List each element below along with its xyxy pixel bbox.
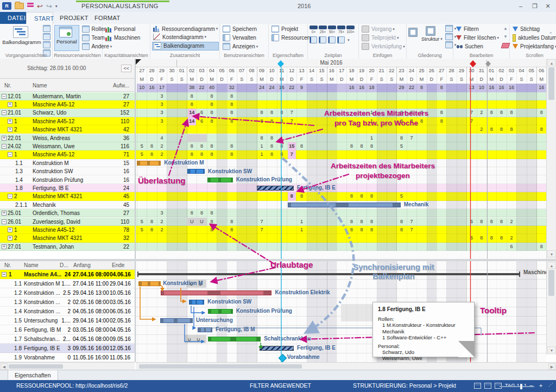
grid-row[interactable] (136, 92, 546, 100)
table-row[interactable]: 1.8Fertigung, IB E309.05.16 16:0012.05.1… (0, 344, 135, 353)
collapse-toggle[interactable]: − (2, 94, 7, 99)
lcolumn-header-nr[interactable]: Nr. (4, 262, 11, 268)
column-header-aufw[interactable]: Aufw... (113, 83, 129, 88)
table-row[interactable]: 1.8Fertigung, IB E24 (0, 184, 135, 192)
table-row[interactable]: 1.3Konstruktion SW16 (0, 167, 135, 175)
gantt-bar[interactable] (161, 290, 271, 295)
tab-format[interactable]: FORMAT (87, 12, 122, 24)
table-row[interactable]: +1Maschine A45-1278 (0, 226, 135, 234)
task-bar[interactable] (207, 178, 233, 182)
zoom-button-50x[interactable]: 50× (328, 26, 336, 34)
gantt-bar[interactable] (189, 300, 205, 305)
scroll-down-icon[interactable]: ▼ (547, 346, 556, 353)
gantt-bar[interactable] (208, 309, 233, 314)
ribbon-item-filter-löschen[interactable]: Filter löschen▾ (455, 34, 500, 42)
grid-row[interactable] (136, 243, 546, 251)
tab-projekt[interactable]: PROJEKT (52, 12, 78, 24)
expand-toggle[interactable]: + (8, 102, 12, 107)
ribbon-item-suchen[interactable]: Suchen (455, 42, 500, 50)
table-row[interactable]: −2Maschine MKT 432145 (0, 192, 135, 200)
task-bar[interactable] (187, 169, 205, 174)
expand-toggle[interactable]: + (2, 244, 7, 249)
ribbon-item-anzeigen[interactable]: Anzeigen▾ (222, 42, 259, 50)
table-row[interactable]: 1.6Fertigung, IB M203.05.16 08:0004.05.1… (0, 325, 135, 334)
scroll-thumb[interactable] (548, 270, 554, 296)
table-row[interactable]: −21.01Schwarz, Udo152 (0, 109, 135, 117)
column-header-nr[interactable]: Nr. (4, 83, 11, 88)
expand-toggle[interactable]: + (2, 211, 7, 216)
collapse-panel-button[interactable]: << (121, 65, 131, 72)
table-row[interactable]: −1Maschine A45-1271 (0, 150, 135, 159)
table-row[interactable]: +1Maschine A45-12110 (0, 117, 135, 125)
grid-row[interactable] (136, 184, 546, 192)
table-row[interactable]: 1.1Konstruktion M15 (0, 159, 135, 167)
ribbon-collapse-icon[interactable]: ⌃ (548, 31, 553, 37)
sort-down-icon[interactable]: ▼ (502, 33, 509, 40)
timescale-icon[interactable] (337, 36, 345, 43)
ribbon-item-personal[interactable]: Personal (104, 25, 141, 33)
ribbon-item-projektanfang[interactable]: Projektanfang▾ (511, 42, 556, 50)
grid-row[interactable] (136, 226, 546, 234)
expand-toggle[interactable]: + (8, 236, 12, 241)
tab-start[interactable]: START (26, 12, 53, 24)
collapse-toggle[interactable]: − (8, 152, 12, 157)
maximize-button[interactable]: ❐ (528, 1, 542, 11)
button-struktur[interactable]: Struktur▾ (420, 25, 444, 51)
ribbon-item-verwalten[interactable]: Verwalten (222, 34, 259, 42)
lcolumn-header-anfang[interactable]: Anfang (73, 262, 91, 268)
table-row[interactable]: +2Maschine MKT 432132 (0, 234, 135, 242)
table-row[interactable]: 1.4Konstruktion Prüfung16 (0, 176, 135, 184)
table-row[interactable]: 1.2Konstruktion ...2.529.04.16 13:0010.0… (0, 288, 135, 298)
grid-row[interactable] (136, 100, 546, 109)
zoom-out-button[interactable]: − (529, 382, 533, 389)
table-row[interactable]: −26.01Zuverlaessig, David110 (0, 218, 135, 226)
summary-bar[interactable] (138, 273, 520, 275)
table-row[interactable]: +1Maschine A45-1227 (0, 100, 135, 109)
ribbon-item-projekt[interactable]: Projekt (270, 25, 311, 33)
table-row[interactable]: +2Maschine MKT 432142 (0, 125, 135, 134)
gantt-bar[interactable] (208, 337, 261, 342)
timescale-icon[interactable] (309, 36, 317, 43)
table-row[interactable]: −24.02Weissmann, Uwe116 (0, 142, 135, 150)
scroll-thumb[interactable] (9, 364, 63, 369)
scroll-thumb[interactable] (548, 67, 554, 100)
ribbon-item-ressourcen[interactable]: Ressourcen (270, 34, 311, 42)
scroll-left-icon[interactable]: ◀ (1, 363, 8, 370)
ribbon-item-kostendiagramm[interactable]: Kostendiagramm▾ (152, 33, 219, 41)
save-icon[interactable] (27, 3, 34, 9)
table-row[interactable]: 1.5Untersuchung1....29.04.16 14:0002.05.… (0, 316, 135, 325)
scroll-down-icon[interactable]: ▼ (547, 250, 556, 257)
lcolumn-header-d[interactable]: D... (60, 262, 68, 268)
collapse-toggle[interactable]: − (2, 272, 7, 277)
ribbon-item-vorgang[interactable]: Vorgang▾ (361, 25, 406, 33)
table-row[interactable]: 1.4Konstruktion ...204.05.16 08:0006.05.… (0, 307, 135, 316)
zoom-button-25x[interactable]: 25× (319, 26, 327, 34)
lcolumn-header-ende[interactable]: Ende (112, 262, 124, 268)
ribbon-item-speichern[interactable]: Speichern (222, 25, 259, 33)
zoom-button-75x[interactable]: 75× (337, 26, 345, 34)
eraser-icon[interactable] (501, 43, 510, 48)
close-button[interactable]: ✕ (541, 1, 555, 11)
lcolumn-header-name[interactable]: Name (24, 262, 39, 268)
task-bar[interactable] (257, 186, 294, 191)
gantt-hscrollbar[interactable]: ▶ (136, 362, 556, 370)
button-personal[interactable]: Personal (54, 25, 79, 51)
ribbon-item-verknüpfung[interactable]: Verknüpfung▾ (361, 42, 406, 50)
collapse-toggle[interactable]: − (2, 144, 7, 149)
left-hscrollbar[interactable]: ◀ (0, 362, 135, 370)
task-bar[interactable] (288, 203, 401, 207)
table-row[interactable]: 1.9Vorabnahme011.05.16 16:0011.05.16 (0, 353, 135, 362)
scroll-up-icon[interactable]: ▲ (547, 59, 556, 66)
expand-toggle[interactable]: + (2, 136, 7, 141)
timescale-icon[interactable] (319, 36, 326, 43)
table-row[interactable]: −1Maschine A4...2427.04.16 08:0004.06.16 (0, 270, 135, 279)
table-row[interactable]: 1.1Konstruktion M1....27.04.16 11:0029.0… (0, 279, 135, 288)
undo-icon[interactable]: ↩ (37, 3, 43, 10)
table-row[interactable]: 2.1.1Mechanik45 (0, 201, 135, 209)
ribbon-item-filtern[interactable]: Filtern (455, 25, 500, 33)
collapse-toggle[interactable]: − (2, 219, 7, 224)
table-row[interactable]: −12.01Mustermann, Martin27 (0, 92, 135, 100)
scroll-thumb[interactable] (139, 364, 302, 369)
gantt-bar[interactable] (160, 318, 193, 323)
table-row[interactable]: +22.01Weiss, Andreas36 (0, 134, 135, 142)
